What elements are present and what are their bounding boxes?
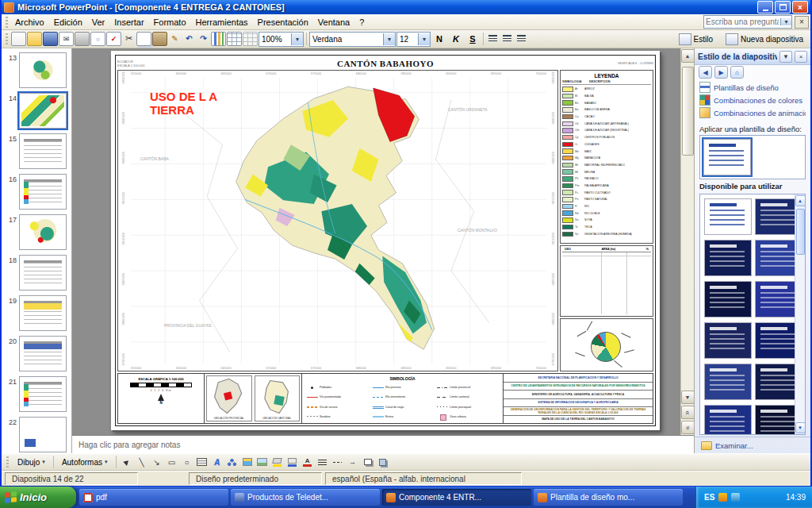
drawing-tool-icon[interactable] (331, 456, 345, 468)
drawing-tool-icon[interactable] (135, 456, 149, 468)
chevron-down-icon[interactable]: ▾ (383, 33, 395, 45)
task-pane-close-button[interactable]: × (795, 51, 807, 63)
slide-thumbnail[interactable] (19, 417, 67, 452)
drawing-tool-icon[interactable] (150, 456, 164, 468)
start-button[interactable]: Inicio (0, 487, 76, 508)
slide-thumbnail[interactable] (19, 336, 67, 371)
slide-thumbnail-row[interactable]: 18 (2, 252, 71, 293)
taskbar-button[interactable]: pdf (79, 489, 228, 506)
font-size-select[interactable]: 12▾ (396, 32, 431, 47)
ask-question-input[interactable] (704, 17, 780, 26)
task-pane-link[interactable]: Combinaciones de colores (699, 94, 806, 106)
drawing-tool-icon[interactable] (255, 456, 270, 468)
drawing-tool-icon[interactable] (361, 456, 375, 468)
design-template-thumbnail[interactable] (704, 198, 752, 235)
uso-tierra-text[interactable]: USO DE L A TIERRA (150, 90, 217, 117)
toolbar-icon[interactable] (182, 32, 196, 44)
menu-item[interactable]: Herramientas (191, 16, 253, 29)
italic-button[interactable]: K (448, 32, 464, 47)
drawing-tool-icon[interactable] (301, 456, 315, 468)
taskbar-button[interactable]: Productos de Teledet... (231, 489, 380, 506)
slide-thumbnail-row[interactable]: 13 (2, 50, 71, 90)
chevron-down-icon[interactable]: ▾ (291, 33, 303, 45)
drawing-tool-icon[interactable] (270, 456, 285, 468)
slide-thumbnail[interactable] (19, 376, 67, 412)
scroll-up-button[interactable]: ▲ (681, 49, 695, 63)
design-template-thumbnail[interactable] (704, 281, 752, 318)
toolbar-grip[interactable] (6, 33, 8, 44)
draw-menu-button[interactable]: Dibujo▾ (13, 456, 50, 468)
slide-thumbnail-row[interactable]: 19 (2, 293, 71, 333)
toolbar-icon[interactable] (59, 32, 74, 46)
next-slide-button[interactable]: « (681, 421, 695, 434)
slide-thumbnail-row[interactable]: 20 (2, 333, 71, 374)
slide-thumbnail-row[interactable]: 15 (2, 131, 71, 171)
drawing-tool-icon[interactable] (346, 456, 360, 468)
toolbar-icon[interactable] (27, 32, 42, 46)
task-pane-link[interactable]: Combinaciones de animación (699, 106, 806, 119)
zoom-select[interactable]: 100%▾ (259, 32, 304, 47)
new-slide-button[interactable]: Nueva diapositiva (720, 31, 809, 47)
drawing-tool-icon[interactable] (240, 456, 255, 468)
drawing-tool-icon[interactable] (225, 456, 239, 468)
design-template-thumbnail[interactable] (704, 322, 752, 359)
scroll-down-button[interactable]: ▼ (681, 391, 695, 404)
toolbar-icon[interactable] (197, 32, 210, 44)
language-indicator[interactable]: ES (704, 493, 714, 502)
toolbar-icon[interactable] (168, 32, 182, 44)
drawing-tool-icon[interactable] (165, 456, 179, 468)
scroll-up-button[interactable]: ▲ (795, 195, 806, 206)
home-icon[interactable]: ⌂ (730, 66, 744, 79)
toolbar-icon[interactable] (11, 32, 26, 46)
drawing-tool-icon[interactable] (120, 456, 134, 468)
slide-thumbnail-row[interactable]: 22 (2, 414, 71, 453)
menu-item[interactable]: Formato (149, 16, 191, 29)
toolbar-icon[interactable] (211, 32, 226, 46)
slide-canvas[interactable]: ECUADORESCALA 1:100.000 CANTÓN BABAHOYO … (111, 51, 660, 430)
chevron-down-icon[interactable]: ▾ (418, 33, 430, 45)
menu-item[interactable]: Ver (87, 16, 110, 29)
menu-item[interactable]: Presentación (253, 16, 313, 29)
notes-pane[interactable]: Haga clic para agregar notas (72, 435, 694, 453)
previous-slide-button[interactable]: « (681, 406, 695, 419)
slide-thumbnail-row[interactable]: 17 (2, 212, 71, 252)
browse-templates-link[interactable]: Examinar... (695, 437, 810, 453)
taskbar-button[interactable]: Componente 4 ENTR... (382, 489, 531, 506)
back-icon[interactable]: ◀ (699, 66, 712, 79)
forward-icon[interactable]: ▶ (714, 66, 728, 79)
menu-item[interactable]: Edición (49, 16, 87, 29)
toolbar-icon[interactable] (43, 32, 58, 46)
slide-thumbnail[interactable] (19, 214, 67, 250)
menu-item[interactable]: Ventana (313, 16, 354, 29)
slide-thumbnail[interactable] (19, 133, 67, 169)
toolbar-icon[interactable] (122, 32, 136, 44)
slide-thumbnail[interactable] (19, 295, 67, 331)
close-button[interactable]: × (792, 1, 808, 13)
slide-thumbnail-row[interactable]: 14 (2, 90, 71, 131)
toolbar-icon[interactable] (75, 32, 90, 46)
slide-thumbnail[interactable] (19, 255, 67, 291)
toolbar-grip[interactable] (6, 456, 9, 468)
restore-button[interactable] (775, 1, 791, 13)
underline-button[interactable]: S (465, 32, 481, 47)
slide-thumbnail[interactable] (19, 174, 67, 210)
bold-button[interactable]: N (431, 32, 447, 47)
align-left-button[interactable] (486, 33, 500, 45)
menu-item[interactable]: ? (354, 16, 369, 29)
slide-thumbnail-row[interactable]: 16 (2, 171, 71, 212)
autoshapes-menu-button[interactable]: Autoformas▾ (57, 456, 113, 468)
toolbar-icon[interactable] (106, 32, 121, 46)
task-pane-scrollbar[interactable]: ▲ ▼ (795, 194, 805, 434)
drawing-tool-icon[interactable] (316, 456, 330, 468)
network-tray-icon[interactable] (731, 493, 740, 502)
minimize-button[interactable] (757, 1, 773, 13)
current-template-thumbnail[interactable] (703, 139, 751, 175)
drawing-tool-icon[interactable] (376, 456, 390, 468)
drawing-tool-icon[interactable] (180, 456, 194, 468)
toolbar-icon[interactable] (152, 32, 167, 46)
drawing-tool-icon[interactable] (195, 456, 209, 468)
slide-thumbnail-row[interactable]: 21 (2, 374, 71, 414)
font-select[interactable]: Verdana▾ (309, 32, 396, 47)
close-presentation-button[interactable]: × (795, 16, 809, 29)
toolbar-icon[interactable] (243, 32, 258, 46)
